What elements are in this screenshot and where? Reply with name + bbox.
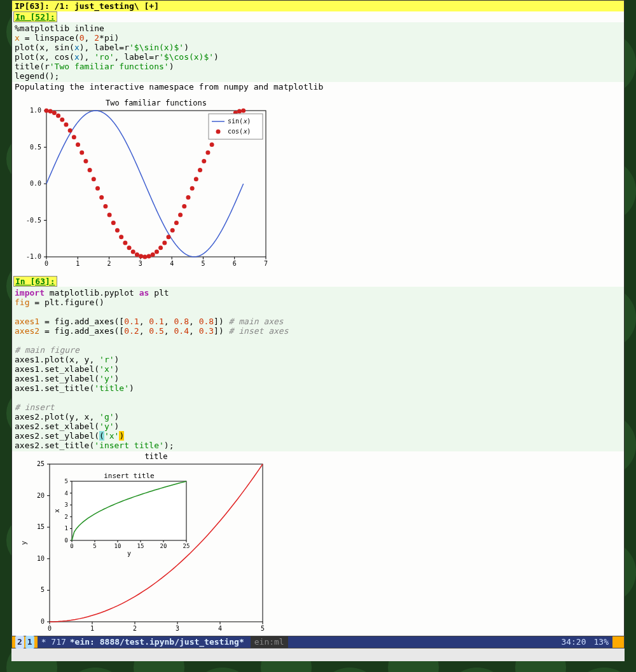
- code-token: matplotlib.pyplot: [45, 288, 139, 298]
- code-token: axes1.set_ylabel(: [15, 374, 99, 383]
- code-token: axes2.set_xlabel(: [15, 422, 99, 431]
- code-cell-63[interactable]: import matplotlib.pyplot as plt fig = pl…: [12, 287, 624, 451]
- svg-text:6: 6: [233, 260, 237, 267]
- code-token: 'title': [94, 383, 129, 393]
- code-token: 0.1: [124, 317, 139, 326]
- svg-point-69: [205, 151, 210, 155]
- code-token: 2: [94, 33, 99, 43]
- svg-text:0: 0: [41, 618, 45, 625]
- svg-point-35: [72, 135, 76, 139]
- code-token: # insert: [15, 402, 55, 412]
- code-token: ,: [139, 326, 149, 336]
- code-token: ): [114, 422, 120, 431]
- svg-point-58: [162, 241, 167, 245]
- svg-point-66: [194, 177, 198, 181]
- svg-point-77: [237, 109, 242, 113]
- svg-text:15: 15: [137, 543, 144, 549]
- powerline-badge: 2 1: [12, 636, 38, 648]
- code-token: axes2.set_ylabel(: [15, 431, 99, 441]
- svg-point-54: [147, 254, 151, 259]
- code-token: plt: [149, 288, 169, 298]
- svg-text:2: 2: [65, 514, 68, 520]
- svg-text:2: 2: [107, 260, 111, 267]
- code-token: ]): [214, 326, 228, 336]
- code-token: axes2.set_title(: [15, 441, 94, 450]
- svg-text:3: 3: [176, 625, 179, 632]
- code-token: ), label=r: [80, 43, 129, 52]
- code-token: ): [114, 364, 120, 374]
- svg-text:0: 0: [45, 260, 48, 267]
- code-token: 0.5: [149, 326, 163, 336]
- code-token: axes1.set_xlabel(: [15, 364, 99, 374]
- svg-point-42: [99, 195, 104, 200]
- svg-text:0.5: 0.5: [30, 144, 41, 151]
- editor-content[interactable]: In [52]: %matplotlib inline x = linspace…: [12, 11, 624, 642]
- svg-point-32: [60, 118, 64, 122]
- svg-point-51: [135, 252, 139, 257]
- svg-point-82: [216, 130, 221, 134]
- svg-point-63: [182, 204, 186, 209]
- code-token: plot(x, cos(: [15, 52, 74, 62]
- code-token: axes1: [15, 317, 39, 326]
- code-token: 0.8: [199, 317, 214, 326]
- code-token: 0.2: [124, 326, 139, 336]
- svg-point-52: [139, 254, 143, 259]
- code-token: 0.4: [174, 326, 188, 336]
- code-token: 'r': [99, 355, 114, 364]
- svg-text:5: 5: [93, 543, 96, 549]
- code-token: axes2: [15, 326, 39, 336]
- svg-point-29: [48, 109, 53, 113]
- svg-text:5: 5: [41, 586, 45, 593]
- svg-point-60: [170, 228, 175, 233]
- code-token: # inset axes: [229, 326, 289, 336]
- code-token: 0.1: [149, 317, 163, 326]
- svg-point-48: [123, 241, 127, 245]
- svg-point-36: [76, 142, 80, 147]
- svg-text:7: 7: [264, 260, 268, 267]
- svg-text:Two familiar functions: Two familiar functions: [106, 99, 207, 107]
- svg-point-70: [210, 142, 214, 147]
- code-cell-52[interactable]: %matplotlib inline x = linspace(0, 2*pi)…: [12, 22, 624, 82]
- editor-pane[interactable]: IP[63]: /1: just_testing\ [+] In [52]: %…: [11, 0, 625, 648]
- code-token: , label=r: [114, 52, 159, 62]
- svg-point-56: [155, 249, 159, 254]
- major-mode: ein:ml: [251, 636, 288, 648]
- svg-text:10: 10: [37, 555, 45, 562]
- code-token: 'Two familiar functions': [50, 62, 169, 71]
- code-token: 'y': [99, 422, 114, 431]
- cursor-position: 34:20: [557, 636, 590, 648]
- code-token: as: [139, 288, 149, 298]
- title-bar: IP[63]: /1: just_testing\ [+]: [12, 1, 624, 11]
- code-token: ): [129, 383, 134, 393]
- code-token: ,: [85, 33, 95, 43]
- svg-point-50: [131, 249, 135, 254]
- svg-text:0: 0: [48, 625, 52, 632]
- code-token: # main figure: [15, 345, 80, 355]
- cell-prompt-52: In [52]:: [13, 11, 57, 22]
- svg-point-68: [202, 159, 206, 163]
- code-token: 0.8: [174, 317, 188, 326]
- svg-text:cos(x): cos(x): [228, 128, 251, 135]
- svg-point-44: [107, 212, 112, 217]
- svg-text:-1.0: -1.0: [26, 253, 41, 260]
- modified-indicator: * 717: [38, 636, 70, 648]
- code-token: ): [114, 355, 120, 364]
- svg-text:3: 3: [139, 260, 142, 267]
- code-token: ,: [164, 326, 174, 336]
- svg-text:1: 1: [90, 625, 94, 632]
- svg-point-37: [80, 151, 84, 155]
- code-token: title(r: [15, 62, 50, 71]
- svg-text:1: 1: [76, 260, 80, 267]
- svg-text:y: y: [127, 550, 131, 557]
- svg-text:1.0: 1.0: [30, 107, 41, 114]
- buffer-name: *ein: 8888/test.ipynb/just_testing*: [70, 636, 244, 648]
- svg-text:10: 10: [114, 543, 121, 549]
- code-token: ): [169, 62, 174, 71]
- code-token: ): [184, 43, 189, 52]
- code-token: = fig.add_axes([: [39, 317, 124, 326]
- svg-point-49: [127, 245, 132, 250]
- code-token: axes2.plot(y, x,: [15, 412, 99, 422]
- code-token: ),: [80, 52, 94, 62]
- svg-point-46: [115, 228, 120, 233]
- code-token: ]): [214, 317, 228, 326]
